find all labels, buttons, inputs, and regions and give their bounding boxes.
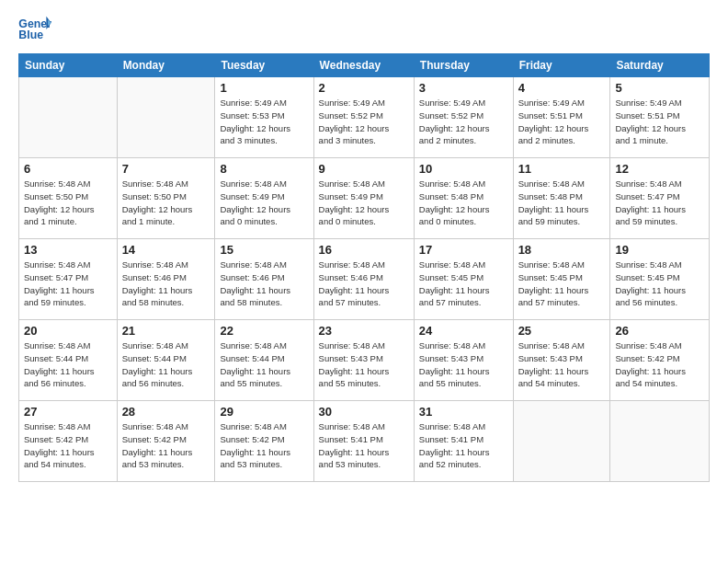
day-info: Sunrise: 5:48 AM Sunset: 5:42 PM Dayligh… <box>122 420 210 471</box>
day-number: 13 <box>24 243 112 257</box>
calendar-cell: 15Sunrise: 5:48 AM Sunset: 5:46 PM Dayli… <box>215 239 313 320</box>
logo-icon: General Blue <box>18 15 51 42</box>
day-info: Sunrise: 5:48 AM Sunset: 5:48 PM Dayligh… <box>419 178 508 228</box>
day-info: Sunrise: 5:48 AM Sunset: 5:50 PM Dayligh… <box>24 178 112 228</box>
calendar-cell: 8Sunrise: 5:48 AM Sunset: 5:49 PM Daylig… <box>215 158 313 239</box>
calendar-cell: 27Sunrise: 5:48 AM Sunset: 5:42 PM Dayli… <box>19 401 118 482</box>
calendar-cell: 2Sunrise: 5:49 AM Sunset: 5:52 PM Daylig… <box>313 77 414 158</box>
day-info: Sunrise: 5:49 AM Sunset: 5:51 PM Dayligh… <box>615 97 704 147</box>
weekday-header-sunday: Sunday <box>19 54 118 77</box>
calendar-cell: 9Sunrise: 5:48 AM Sunset: 5:49 PM Daylig… <box>313 158 414 239</box>
calendar-cell: 5Sunrise: 5:49 AM Sunset: 5:51 PM Daylig… <box>610 77 710 158</box>
day-info: Sunrise: 5:48 AM Sunset: 5:41 PM Dayligh… <box>319 420 409 471</box>
day-info: Sunrise: 5:48 AM Sunset: 5:43 PM Dayligh… <box>419 339 508 390</box>
calendar-cell: 25Sunrise: 5:48 AM Sunset: 5:43 PM Dayli… <box>513 320 610 401</box>
day-info: Sunrise: 5:48 AM Sunset: 5:42 PM Dayligh… <box>24 420 112 471</box>
day-number: 18 <box>518 243 606 257</box>
day-number: 9 <box>319 162 409 176</box>
calendar-cell <box>610 401 710 482</box>
day-number: 23 <box>319 324 409 338</box>
day-info: Sunrise: 5:48 AM Sunset: 5:46 PM Dayligh… <box>220 259 308 309</box>
calendar-cell: 7Sunrise: 5:48 AM Sunset: 5:50 PM Daylig… <box>117 158 215 239</box>
day-number: 7 <box>122 162 210 176</box>
day-number: 1 <box>220 81 308 95</box>
day-number: 4 <box>518 81 606 95</box>
day-info: Sunrise: 5:48 AM Sunset: 5:42 PM Dayligh… <box>615 339 704 390</box>
day-info: Sunrise: 5:49 AM Sunset: 5:52 PM Dayligh… <box>419 97 508 147</box>
calendar-cell: 10Sunrise: 5:48 AM Sunset: 5:48 PM Dayli… <box>414 158 513 239</box>
day-number: 31 <box>419 405 508 419</box>
day-number: 30 <box>319 405 409 419</box>
day-number: 20 <box>24 324 112 338</box>
day-number: 3 <box>419 81 508 95</box>
day-number: 29 <box>220 405 308 419</box>
day-info: Sunrise: 5:48 AM Sunset: 5:45 PM Dayligh… <box>615 259 704 309</box>
calendar-cell: 29Sunrise: 5:48 AM Sunset: 5:42 PM Dayli… <box>215 401 313 482</box>
calendar: SundayMondayTuesdayWednesdayThursdayFrid… <box>18 53 710 482</box>
weekday-header-tuesday: Tuesday <box>215 54 313 77</box>
calendar-cell: 18Sunrise: 5:48 AM Sunset: 5:45 PM Dayli… <box>513 239 610 320</box>
day-number: 26 <box>615 324 704 338</box>
day-info: Sunrise: 5:48 AM Sunset: 5:46 PM Dayligh… <box>122 259 210 309</box>
day-info: Sunrise: 5:48 AM Sunset: 5:50 PM Dayligh… <box>122 178 210 228</box>
calendar-cell: 16Sunrise: 5:48 AM Sunset: 5:46 PM Dayli… <box>313 239 414 320</box>
calendar-cell: 1Sunrise: 5:49 AM Sunset: 5:53 PM Daylig… <box>215 77 313 158</box>
day-info: Sunrise: 5:48 AM Sunset: 5:47 PM Dayligh… <box>24 259 112 309</box>
calendar-cell <box>513 401 610 482</box>
day-number: 2 <box>319 81 409 95</box>
day-number: 14 <box>122 243 210 257</box>
calendar-cell: 4Sunrise: 5:49 AM Sunset: 5:51 PM Daylig… <box>513 77 610 158</box>
day-info: Sunrise: 5:48 AM Sunset: 5:44 PM Dayligh… <box>220 339 308 390</box>
day-number: 19 <box>615 243 704 257</box>
day-info: Sunrise: 5:48 AM Sunset: 5:45 PM Dayligh… <box>518 259 606 309</box>
day-number: 21 <box>122 324 210 338</box>
calendar-cell: 20Sunrise: 5:48 AM Sunset: 5:44 PM Dayli… <box>19 320 118 401</box>
week-row-5: 27Sunrise: 5:48 AM Sunset: 5:42 PM Dayli… <box>19 401 710 482</box>
day-info: Sunrise: 5:48 AM Sunset: 5:49 PM Dayligh… <box>220 178 308 228</box>
day-number: 12 <box>615 162 704 176</box>
calendar-cell: 21Sunrise: 5:48 AM Sunset: 5:44 PM Dayli… <box>117 320 215 401</box>
day-number: 28 <box>122 405 210 419</box>
day-info: Sunrise: 5:48 AM Sunset: 5:44 PM Dayligh… <box>122 339 210 390</box>
logo: General Blue <box>18 15 29 42</box>
weekday-header-friday: Friday <box>513 54 610 77</box>
day-number: 25 <box>518 324 606 338</box>
day-number: 16 <box>319 243 409 257</box>
svg-text:Blue: Blue <box>18 29 43 41</box>
calendar-cell: 17Sunrise: 5:48 AM Sunset: 5:45 PM Dayli… <box>414 239 513 320</box>
day-info: Sunrise: 5:48 AM Sunset: 5:43 PM Dayligh… <box>518 339 606 390</box>
weekday-header-thursday: Thursday <box>414 54 513 77</box>
day-info: Sunrise: 5:48 AM Sunset: 5:44 PM Dayligh… <box>24 339 112 390</box>
calendar-cell <box>19 77 118 158</box>
calendar-cell: 11Sunrise: 5:48 AM Sunset: 5:48 PM Dayli… <box>513 158 610 239</box>
day-info: Sunrise: 5:48 AM Sunset: 5:49 PM Dayligh… <box>319 178 409 228</box>
day-number: 6 <box>24 162 112 176</box>
calendar-cell: 24Sunrise: 5:48 AM Sunset: 5:43 PM Dayli… <box>414 320 513 401</box>
day-number: 11 <box>518 162 606 176</box>
calendar-cell: 30Sunrise: 5:48 AM Sunset: 5:41 PM Dayli… <box>313 401 414 482</box>
calendar-cell: 13Sunrise: 5:48 AM Sunset: 5:47 PM Dayli… <box>19 239 118 320</box>
day-number: 27 <box>24 405 112 419</box>
weekday-header-wednesday: Wednesday <box>313 54 414 77</box>
weekday-header-row: SundayMondayTuesdayWednesdayThursdayFrid… <box>19 54 710 77</box>
header: General Blue <box>18 15 710 42</box>
calendar-cell: 6Sunrise: 5:48 AM Sunset: 5:50 PM Daylig… <box>19 158 118 239</box>
day-number: 5 <box>615 81 704 95</box>
calendar-cell: 31Sunrise: 5:48 AM Sunset: 5:41 PM Dayli… <box>414 401 513 482</box>
calendar-cell: 26Sunrise: 5:48 AM Sunset: 5:42 PM Dayli… <box>610 320 710 401</box>
week-row-3: 13Sunrise: 5:48 AM Sunset: 5:47 PM Dayli… <box>19 239 710 320</box>
page: General Blue SundayMondayTuesdayWednesda… <box>0 0 728 493</box>
calendar-cell: 14Sunrise: 5:48 AM Sunset: 5:46 PM Dayli… <box>117 239 215 320</box>
week-row-4: 20Sunrise: 5:48 AM Sunset: 5:44 PM Dayli… <box>19 320 710 401</box>
day-info: Sunrise: 5:48 AM Sunset: 5:41 PM Dayligh… <box>419 420 508 471</box>
day-number: 8 <box>220 162 308 176</box>
day-info: Sunrise: 5:49 AM Sunset: 5:53 PM Dayligh… <box>220 97 308 147</box>
calendar-cell: 22Sunrise: 5:48 AM Sunset: 5:44 PM Dayli… <box>215 320 313 401</box>
day-info: Sunrise: 5:48 AM Sunset: 5:43 PM Dayligh… <box>319 339 409 390</box>
day-number: 15 <box>220 243 308 257</box>
day-info: Sunrise: 5:48 AM Sunset: 5:45 PM Dayligh… <box>419 259 508 309</box>
calendar-cell <box>117 77 215 158</box>
calendar-cell: 23Sunrise: 5:48 AM Sunset: 5:43 PM Dayli… <box>313 320 414 401</box>
day-number: 17 <box>419 243 508 257</box>
weekday-header-monday: Monday <box>117 54 215 77</box>
